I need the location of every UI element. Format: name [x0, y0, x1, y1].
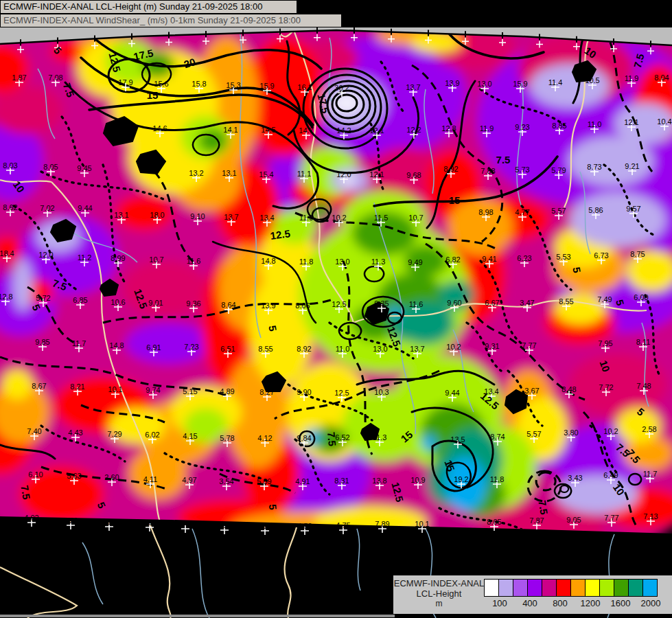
grid-value: 13.0	[335, 258, 349, 266]
grid-value: 10.7	[408, 214, 423, 222]
grid-value: 6.10	[28, 470, 43, 479]
grid-value: 10.2	[332, 214, 346, 222]
legend-tick-label: 2000	[636, 598, 666, 608]
grid-value: 13.0	[373, 345, 387, 353]
grid-value: 9.49	[408, 258, 422, 266]
legend-tick-labels: 100400800120016002000	[393, 598, 672, 612]
grid-value: 3.47	[520, 299, 534, 307]
grid-value: 10.1	[108, 385, 122, 393]
grid-value: 9.68	[406, 171, 421, 179]
grid-value: 15.9	[259, 82, 274, 90]
bottom-border-strip	[0, 615, 395, 617]
legend-tick-label: 100	[485, 598, 515, 608]
contour-label: 7.5	[19, 484, 32, 500]
grid-value: 8.64	[221, 301, 235, 309]
grid-value: 7.72	[599, 383, 613, 391]
legend-swatch	[614, 579, 629, 597]
grid-value: 11.8	[299, 258, 314, 266]
contour-label: 7.5	[536, 499, 550, 515]
grid-value: 7.29	[107, 430, 121, 438]
legend-swatch	[570, 579, 586, 597]
grid-value: 8.92	[297, 345, 311, 353]
grid-value: 14.7	[299, 126, 313, 135]
grid-value: 5.73	[515, 165, 529, 174]
grid-value: 5.15	[183, 387, 197, 396]
weather-map-viewer: 1.877.0817.915.615.815.315.916.130.213.7…	[0, 0, 672, 618]
grid-value: 5.57	[551, 207, 566, 215]
grid-value: 1.82	[142, 518, 157, 527]
grid-value: 9.74	[146, 386, 160, 394]
grid-value: 9.21	[625, 162, 639, 170]
grid-value: 6.91	[146, 343, 161, 352]
grid-value: 6.00	[634, 293, 648, 301]
grid-value: 7.13	[643, 512, 658, 520]
grid-value: 6.49	[603, 471, 618, 479]
legend-swatch	[484, 579, 499, 597]
legend-tick-label: 1600	[605, 598, 636, 608]
grid-value: 8.55	[258, 345, 273, 353]
grid-value: 10.1	[415, 520, 429, 528]
grid-value: 13.7	[406, 83, 420, 91]
grid-value: 10.3	[374, 388, 389, 396]
grid-value: 5.63	[67, 472, 81, 480]
grid-value: 5.86	[588, 206, 603, 214]
grid-value: 14.8	[261, 257, 275, 265]
grid-value: 9.60	[447, 299, 461, 307]
grid-value: 9.85	[35, 338, 49, 346]
grid-value: 7.87	[529, 516, 544, 525]
grid-value: 15.9	[513, 80, 527, 88]
grid-value: 7.88	[480, 167, 495, 175]
grid-value: 30.2	[334, 84, 349, 92]
grid-value: 7.40	[27, 427, 41, 435]
grid-value: 7.89	[375, 520, 389, 528]
grid-value: 19.2	[454, 475, 468, 483]
grid-value: 7.77	[522, 341, 536, 350]
legend-swatch	[599, 579, 614, 597]
grid-value: 14.2	[336, 126, 351, 135]
grid-value: 4.28	[102, 518, 116, 526]
grid-value: 9.36	[186, 299, 200, 308]
grid-value: 18.0	[150, 211, 164, 219]
contour-label: 15	[147, 89, 159, 101]
grid-value: 8.27	[259, 388, 274, 396]
grid-value: 11.9	[625, 74, 639, 82]
grid-value: 7.77	[604, 514, 618, 522]
grid-value: 6.82	[445, 255, 460, 264]
grid-value: 9.45	[77, 164, 91, 172]
grid-value: 10.5	[585, 76, 599, 84]
grid-value: 11.1	[297, 170, 312, 178]
legend: ECMWF-INDEX-ANAL LCL-Height m 1004008001…	[393, 575, 672, 614]
grid-value: 11.5	[374, 214, 389, 222]
grid-value: 9.44	[445, 389, 459, 397]
grid-value: 9.90	[297, 388, 311, 396]
grid-value: 4.50	[297, 522, 312, 530]
grid-value: 10.6	[111, 298, 125, 306]
grid-value: 6.85	[73, 296, 87, 304]
grid-value: 12.0	[336, 170, 351, 179]
legend-swatch	[513, 579, 528, 597]
grid-value: 5.79	[551, 166, 566, 174]
grid-value: 3.43	[568, 474, 582, 482]
grid-value: 10.9	[410, 476, 425, 484]
grid-value: 13.4	[259, 214, 274, 222]
grid-value: 8.04	[654, 73, 669, 82]
grid-value: 12.8	[441, 124, 456, 133]
grid-value: 12.1	[369, 170, 384, 179]
grid-value: 9.41	[482, 255, 496, 263]
grid-value: 9.23	[515, 123, 529, 131]
grid-value: 4.97	[182, 476, 196, 484]
grid-value: 5.53	[556, 253, 570, 261]
grid-value: 4.89	[220, 387, 234, 396]
legend-swatch	[527, 579, 542, 597]
grid-value: 8.03	[3, 161, 17, 170]
grid-value: 1.87	[12, 73, 26, 82]
legend-tick-label: 400	[515, 598, 545, 608]
grid-value: 18.4	[0, 249, 14, 258]
grid-value: 3.54	[219, 477, 233, 485]
grid-value: 4.75	[336, 521, 350, 529]
grid-value: 16.1	[297, 83, 312, 91]
contour-label: 15	[449, 194, 461, 206]
grid-value: 4.12	[257, 434, 272, 442]
grid-value: 14.6	[152, 124, 167, 133]
contour-label: 7.5	[325, 431, 338, 446]
